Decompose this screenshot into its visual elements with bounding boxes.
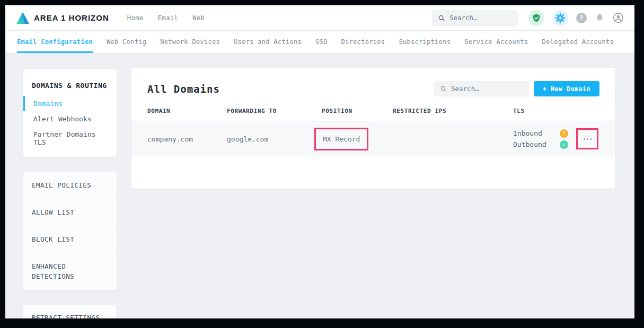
tab-users-and-actions[interactable]: Users and Actions (234, 31, 302, 53)
row-menu-button[interactable] (576, 128, 598, 149)
col-header-tls: TLS (513, 108, 576, 114)
content-area: DOMAINS & ROUTING Domains Alert Webhooks… (5, 53, 634, 318)
logo-text: AREA 1 HORIZON (34, 13, 109, 22)
app-window: AREA 1 HORIZON Home Email Web (5, 5, 634, 318)
tls-outbound-label: Outbound (513, 140, 560, 148)
global-search-input[interactable] (449, 14, 511, 22)
col-header-forwarding-to: FORWARDING TO (227, 108, 322, 114)
search-icon (440, 85, 446, 92)
sidebar-item-block-list[interactable]: BLOCK LIST (23, 226, 117, 253)
domains-routing-card: DOMAINS & ROUTING Domains Alert Webhooks… (23, 69, 117, 157)
logo[interactable]: AREA 1 HORIZON (16, 12, 109, 24)
top-nav-email[interactable]: Email (158, 14, 179, 22)
table-header-row: DOMAIN FORWARDING TO POSITION RESTRICTED… (131, 108, 615, 121)
account-avatar-icon[interactable] (613, 12, 624, 23)
retract-settings-card: RETRACT SETTINGS (23, 305, 117, 318)
tab-service-accounts[interactable]: Service Accounts (464, 31, 528, 53)
table-row[interactable]: company.com google.com MX Record Inbound… (131, 121, 615, 157)
top-bar: AREA 1 HORIZON Home Email Web (5, 5, 634, 31)
search-icon (438, 14, 445, 22)
tab-directories[interactable]: Directories (341, 31, 385, 53)
config-tabs: Email Configuration Web Config Network D… (5, 31, 634, 53)
tls-inbound-label: Inbound (513, 129, 560, 137)
sidebar-item-retract-settings[interactable]: RETRACT SETTINGS (23, 305, 117, 318)
settings-gear-icon[interactable] (552, 10, 568, 26)
domains-search[interactable] (434, 81, 530, 96)
tab-web-config[interactable]: Web Config (107, 31, 146, 53)
help-icon[interactable]: ? (576, 13, 587, 23)
sidebar-item-enhanced-detections[interactable]: ENHANCED DETECTIONS (23, 253, 117, 289)
ellipsis-menu-icon (584, 138, 585, 140)
col-header-position: POSITION (322, 108, 393, 114)
topbar-icons: ? (528, 10, 624, 26)
tls-outbound-check-icon: ✓ (560, 140, 568, 149)
sidebar-item-alert-webhooks[interactable]: Alert Webhooks (23, 111, 117, 127)
security-shield-icon[interactable] (528, 10, 544, 26)
tab-delegated-accounts[interactable]: Delegated Accounts (542, 31, 614, 53)
sidebar-item-allow-list[interactable]: ALLOW LIST (23, 199, 117, 226)
page-title: All Domains (147, 83, 220, 95)
tls-inbound-warning-icon: ! (560, 129, 568, 138)
annotation-box-position: MX Record (314, 128, 368, 150)
logo-triangle-icon (16, 12, 30, 24)
top-nav-web[interactable]: Web (192, 14, 205, 22)
cell-domain: company.com (147, 135, 227, 143)
domains-routing-title: DOMAINS & ROUTING (23, 74, 117, 96)
policies-card: EMAIL POLICIES ALLOW LIST BLOCK LIST ENH… (23, 172, 117, 290)
global-search[interactable] (432, 10, 518, 26)
sidebar-item-domains[interactable]: Domains (23, 96, 117, 111)
all-domains-panel: All Domains + New Domain DOMAIN FORWARDI… (131, 68, 615, 189)
sidebar-item-partner-domains-tls[interactable]: Partner Domains TLS (23, 127, 117, 150)
cell-position: MX Record (322, 128, 393, 150)
panel-header: All Domains + New Domain (131, 68, 615, 108)
col-header-restricted-ips: RESTRICTED IPS (393, 108, 513, 114)
top-nav: Home Email Web (127, 14, 205, 22)
tab-network-devices[interactable]: Network Devices (160, 31, 220, 53)
top-nav-home[interactable]: Home (127, 14, 144, 22)
notifications-bell-icon[interactable] (595, 13, 605, 23)
cell-forwarding-to: google.com (227, 135, 322, 143)
sidebar-item-email-policies[interactable]: EMAIL POLICIES (23, 172, 117, 199)
domains-search-input[interactable] (451, 85, 523, 93)
cell-tls: Inbound ! Outbound ✓ (513, 129, 576, 149)
tab-email-configuration[interactable]: Email Configuration (17, 31, 93, 53)
new-domain-button[interactable]: + New Domain (534, 81, 599, 96)
col-header-domain: DOMAIN (147, 108, 227, 114)
tab-sso[interactable]: SSO (315, 31, 328, 53)
sidebar: DOMAINS & ROUTING Domains Alert Webhooks… (23, 69, 117, 318)
tab-subscriptions[interactable]: Subscriptions (399, 31, 451, 53)
